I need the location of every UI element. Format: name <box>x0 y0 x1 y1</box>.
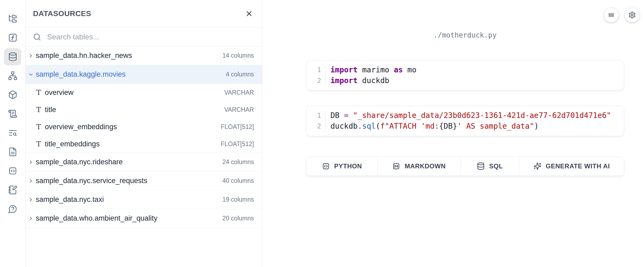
chevron-right-icon <box>28 196 34 203</box>
text-search-icon <box>8 128 17 138</box>
add-cell-python-button[interactable]: PYTHON <box>306 157 377 176</box>
table-name: sample_data.hn.hacker_news <box>36 51 132 60</box>
table-row[interactable]: sample_data.who.ambient_air_quality20 co… <box>26 209 262 228</box>
table-name: sample_data.nyc.taxi <box>36 195 104 204</box>
rail-item-chip <box>4 86 21 103</box>
notebook-area: ./motherduck.py 12import marimo as moimp… <box>262 0 644 267</box>
package-icon <box>8 90 17 99</box>
code-line: DB = "_share/sample_data/23b0d623-1361-4… <box>330 110 624 121</box>
text-type-icon: T <box>35 88 42 97</box>
code-cell[interactable]: 12import marimo as moimport duckdb <box>306 60 624 91</box>
rail-item-tracebacks[interactable] <box>0 123 26 142</box>
rail-item-chip <box>4 143 21 161</box>
datasources-panel: DATASOURCES sample_data.hn.hacker_news14… <box>26 0 262 267</box>
table-row[interactable]: sample_data.nyc.service_requests40 colum… <box>26 172 262 190</box>
database-icon <box>8 52 17 61</box>
rail-item-chip <box>4 10 21 27</box>
function-square-icon <box>8 33 17 42</box>
add-cell-button-label: PYTHON <box>334 162 362 170</box>
table-row[interactable]: sample_data.nyc.taxi19 columns <box>26 190 262 209</box>
database-icon <box>477 162 485 170</box>
table-column-count: 20 columns <box>222 215 254 222</box>
rail-item-variables[interactable] <box>0 28 26 47</box>
rail-item-logs[interactable] <box>0 104 26 123</box>
rail-item-chip <box>4 29 21 46</box>
text-type-icon: T <box>35 140 42 148</box>
column-name: overview_embeddings <box>45 123 117 131</box>
chevron-right-icon <box>28 178 34 184</box>
column-row[interactable]: Ttitle_embeddingsFLOAT[512] <box>26 135 262 153</box>
code-editor[interactable]: DB = "_share/sample_data/23b0d623-1361-4… <box>326 110 624 132</box>
column-row[interactable]: TtitleVARCHAR <box>26 101 262 118</box>
search-tables-input[interactable] <box>47 33 254 41</box>
rail-item-packages[interactable] <box>0 85 26 104</box>
search-icon <box>33 33 41 41</box>
chevron-right-icon <box>28 159 34 165</box>
column-row[interactable]: Toverview_embeddingsFLOAT[512] <box>26 118 262 135</box>
table-row[interactable]: sample_data.hn.hacker_news14 columns <box>26 46 262 65</box>
chevron-down-icon <box>28 71 34 78</box>
code-cell[interactable]: 12DB = "_share/sample_data/23b0d623-1361… <box>306 106 624 136</box>
column-type: VARCHAR <box>224 89 254 96</box>
rail-item-chat[interactable] <box>0 199 26 218</box>
rail-item-snippets[interactable] <box>0 161 26 180</box>
gear-icon <box>628 11 636 19</box>
column-type: FLOAT[512] <box>221 140 254 148</box>
code-line: import duckdb <box>330 75 624 86</box>
table-columns-list: ToverviewVARCHARTtitleVARCHARToverview_e… <box>26 84 262 153</box>
tables-list: sample_data.hn.hacker_news14 columnssamp… <box>26 46 262 228</box>
add-cell-button-label: MARKDOWN <box>405 162 446 170</box>
line-number-gutter: 12 <box>306 110 326 132</box>
text-type-icon: T <box>35 123 42 131</box>
rail-item-dependencies[interactable] <box>0 66 26 85</box>
chevron-right-icon <box>28 53 34 59</box>
table-row[interactable]: sample_data.kaggle.movies4 columns <box>26 65 262 84</box>
rail-item-scratchpad[interactable] <box>0 180 26 199</box>
column-name: title_embeddings <box>45 140 100 148</box>
close-panel-button[interactable] <box>243 8 255 20</box>
help-bubble-icon <box>8 204 17 214</box>
rail-item-files[interactable] <box>0 9 26 28</box>
code-line: duckdb.sql(f"ATTACH 'md:{DB}' AS sample_… <box>330 121 624 132</box>
network-icon <box>8 71 17 80</box>
chevron-right-icon <box>28 53 34 59</box>
icon-rail <box>0 0 26 267</box>
table-column-count: 19 columns <box>222 196 254 203</box>
settings-button[interactable] <box>625 8 640 23</box>
rail-item-chip <box>4 124 21 142</box>
add-cell-generate-with-ai-button[interactable]: GENERATE WITH AI <box>519 157 624 176</box>
table-column-count: 24 columns <box>222 158 254 166</box>
code-editor[interactable]: import marimo as moimport duckdb <box>326 65 624 86</box>
table-name: sample_data.nyc.rideshare <box>36 158 123 166</box>
column-name: title <box>45 106 56 114</box>
table-row[interactable]: sample_data.nyc.rideshare24 columns <box>26 153 262 172</box>
add-cell-sql-button[interactable]: SQL <box>460 157 519 176</box>
table-name: sample_data.who.ambient_air_quality <box>36 214 157 222</box>
add-cell-button-label: GENERATE WITH AI <box>546 162 610 170</box>
chevron-right-icon <box>28 178 34 184</box>
code-brackets-square-icon <box>322 162 330 170</box>
folder-tree-icon <box>8 14 17 23</box>
datasources-panel-header: DATASOURCES <box>26 0 262 28</box>
rail-item-datasources[interactable] <box>0 47 26 66</box>
column-row[interactable]: ToverviewVARCHAR <box>26 84 262 101</box>
notebook-filename: ./motherduck.py <box>306 31 624 39</box>
scroll-icon <box>8 109 17 118</box>
rail-item-chip <box>4 181 21 199</box>
table-column-count: 14 columns <box>222 52 254 59</box>
chevron-right-icon <box>28 215 34 222</box>
rail-item-documentation[interactable] <box>0 142 26 161</box>
file-text-icon <box>8 147 17 157</box>
table-column-count: 4 columns <box>226 71 254 78</box>
add-cell-markdown-button[interactable]: MARKDOWN <box>377 157 460 176</box>
chevron-right-icon <box>28 216 34 221</box>
table-name: sample_data.nyc.service_requests <box>36 177 147 185</box>
text-type-icon: T <box>35 106 42 114</box>
chevron-down-icon <box>28 72 34 77</box>
chevron-right-icon <box>28 197 34 203</box>
add-cell-button-label: SQL <box>489 162 503 170</box>
panel-title: DATASOURCES <box>33 9 91 18</box>
rail-item-chip <box>4 162 21 180</box>
cells-container: 12import marimo as moimport duckdb12DB =… <box>306 60 624 136</box>
table-column-count: 40 columns <box>222 177 254 184</box>
